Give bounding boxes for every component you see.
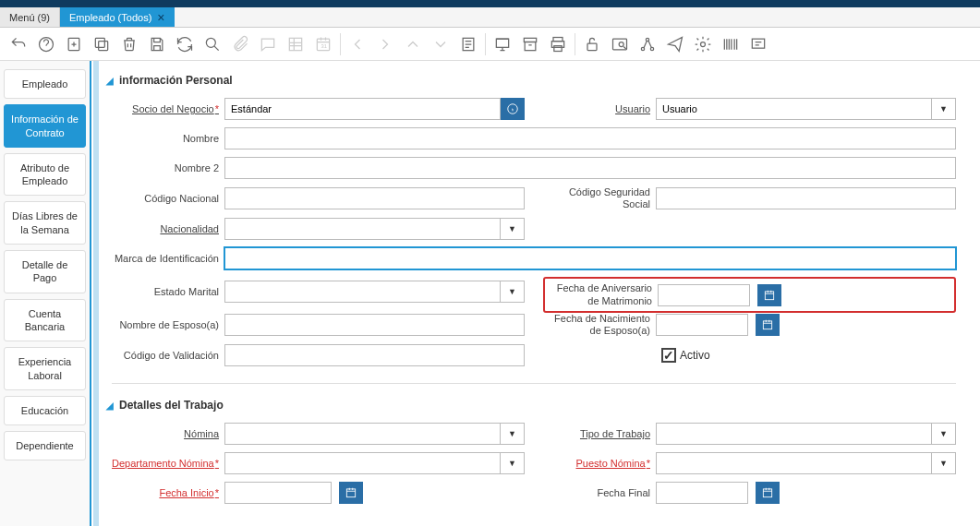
prev-button[interactable] bbox=[345, 31, 370, 57]
label-tipo-trabajo[interactable]: Tipo de Trabajo bbox=[543, 428, 650, 439]
dropdown-icon[interactable]: ▼ bbox=[501, 423, 525, 445]
dropdown-icon[interactable]: ▼ bbox=[501, 452, 525, 474]
sidebar-item-empleado[interactable]: Empleado bbox=[4, 69, 86, 99]
barcode-button[interactable] bbox=[718, 31, 744, 57]
svg-point-20 bbox=[650, 47, 653, 50]
label-dep-nomina[interactable]: Departamento Nómina bbox=[112, 458, 219, 469]
nacionalidad-input[interactable] bbox=[224, 218, 501, 240]
undo-button[interactable] bbox=[6, 31, 31, 57]
label-usuario[interactable]: Usuario bbox=[543, 103, 650, 114]
send-button[interactable] bbox=[662, 31, 688, 57]
close-icon[interactable]: × bbox=[157, 10, 164, 25]
workflow-button[interactable] bbox=[635, 31, 660, 57]
dropdown-icon[interactable]: ▼ bbox=[932, 423, 956, 445]
label-activo: Activo bbox=[680, 349, 710, 362]
label-socio[interactable]: Socio del Negocio bbox=[112, 103, 219, 114]
calendar-icon[interactable] bbox=[756, 314, 780, 336]
tab-menu-label: Menú (9) bbox=[9, 12, 50, 23]
tab-empleado[interactable]: Empleado (Todos) × bbox=[60, 7, 174, 27]
css-input[interactable] bbox=[656, 187, 956, 209]
toolbar-divider bbox=[340, 33, 341, 55]
new-button[interactable] bbox=[61, 31, 87, 57]
scroll-indicator[interactable] bbox=[93, 61, 99, 526]
label-estado-marital: Estado Marital bbox=[112, 286, 219, 297]
collapse-icon[interactable]: ◢ bbox=[106, 76, 114, 86]
info-icon[interactable] bbox=[501, 98, 525, 120]
codigo-nacional-input[interactable] bbox=[224, 187, 525, 209]
main-panel: ◢ información Personal Socio del Negocio… bbox=[91, 61, 980, 526]
svg-rect-14 bbox=[554, 45, 562, 51]
tab-empleado-label: Empleado (Todos) bbox=[69, 12, 151, 23]
marca-id-input[interactable] bbox=[224, 247, 956, 269]
sidebar-item-dependiente[interactable]: Dependiente bbox=[4, 431, 86, 460]
print-button[interactable] bbox=[545, 31, 571, 57]
svg-point-21 bbox=[701, 42, 706, 46]
refresh-button[interactable] bbox=[172, 31, 198, 57]
activo-checkbox[interactable]: ✓ bbox=[661, 348, 676, 363]
tipo-trabajo-input[interactable] bbox=[656, 423, 932, 445]
sidebar-item-contrato[interactable]: Información de Contrato bbox=[4, 104, 86, 148]
section-work: ◢ Detalles del Trabajo bbox=[99, 399, 962, 412]
sidebar-item-experiencia[interactable]: Experiencia Laboral bbox=[4, 347, 86, 390]
unlock-button[interactable] bbox=[579, 31, 605, 57]
aniversario-highlight: Fecha de Aniversario de Matrimonio bbox=[543, 277, 956, 312]
grid-button[interactable] bbox=[283, 31, 309, 57]
archive-button[interactable] bbox=[517, 31, 543, 57]
label-nombre2: Nombre 2 bbox=[112, 162, 219, 173]
sidebar-item-cuenta-bancaria[interactable]: Cuenta Bancaria bbox=[4, 299, 86, 342]
sidebar-item-dias-libres[interactable]: Días Libres de la Semana bbox=[4, 201, 86, 245]
dropdown-icon[interactable]: ▼ bbox=[501, 218, 525, 240]
fecha-final-input[interactable] bbox=[656, 482, 748, 504]
chat-button[interactable] bbox=[255, 31, 281, 57]
svg-text:31: 31 bbox=[321, 43, 327, 49]
down-button[interactable] bbox=[428, 31, 454, 57]
label-fecha-inicio[interactable]: Fecha Inicio bbox=[112, 487, 219, 498]
socio-input[interactable] bbox=[224, 98, 501, 120]
fecha-nac-esposo-input[interactable] bbox=[656, 314, 748, 336]
fecha-inicio-input[interactable] bbox=[224, 482, 332, 504]
dep-nomina-input[interactable] bbox=[224, 452, 501, 474]
label-marca-id: Marca de Identificación bbox=[112, 253, 219, 265]
report-button[interactable] bbox=[455, 31, 481, 57]
delete-button[interactable] bbox=[116, 31, 142, 57]
help-button[interactable] bbox=[33, 31, 59, 57]
nomina-input[interactable] bbox=[224, 423, 501, 445]
svg-point-17 bbox=[619, 42, 623, 46]
calendar-icon[interactable] bbox=[757, 284, 781, 306]
next-button[interactable] bbox=[372, 31, 398, 57]
search-button[interactable] bbox=[200, 31, 225, 57]
nombre2-input[interactable] bbox=[224, 157, 956, 179]
attach-button[interactable] bbox=[227, 31, 253, 57]
up-button[interactable] bbox=[400, 31, 426, 57]
usuario-input[interactable] bbox=[656, 98, 932, 120]
label-css: Código Seguridad Social bbox=[543, 186, 650, 210]
puesto-nomina-input[interactable] bbox=[656, 452, 932, 474]
calendar-icon[interactable] bbox=[339, 482, 363, 504]
aniversario-input[interactable] bbox=[658, 284, 750, 306]
tab-menu[interactable]: Menú (9) bbox=[0, 7, 60, 27]
esposo-input[interactable] bbox=[224, 314, 525, 336]
calendar-icon[interactable] bbox=[756, 482, 780, 504]
svg-rect-25 bbox=[763, 321, 771, 329]
codigo-validacion-input[interactable] bbox=[224, 344, 525, 366]
label-nacionalidad[interactable]: Nacionalidad bbox=[112, 223, 219, 234]
estado-marital-input[interactable] bbox=[224, 281, 501, 303]
screen-button[interactable] bbox=[745, 31, 771, 57]
toolbar-divider-2 bbox=[485, 33, 486, 55]
label-puesto-nomina[interactable]: Puesto Nómina bbox=[543, 458, 650, 469]
calendar-button[interactable]: 31 bbox=[310, 31, 336, 57]
nombre-input[interactable] bbox=[224, 127, 956, 149]
label-nomina[interactable]: Nómina bbox=[112, 428, 219, 439]
zoom-button[interactable] bbox=[607, 31, 633, 57]
sidebar-item-atributo[interactable]: Atributo de Empleado bbox=[4, 153, 86, 197]
dropdown-icon[interactable]: ▼ bbox=[501, 281, 525, 303]
save-button[interactable] bbox=[144, 31, 170, 57]
copy-button[interactable] bbox=[89, 31, 115, 57]
dropdown-icon[interactable]: ▼ bbox=[932, 98, 956, 120]
collapse-icon[interactable]: ◢ bbox=[106, 400, 114, 411]
present-button[interactable] bbox=[490, 31, 515, 57]
sidebar-item-educacion[interactable]: Educación bbox=[4, 396, 86, 425]
dropdown-icon[interactable]: ▼ bbox=[932, 452, 956, 474]
sidebar-item-detalle-pago[interactable]: Detalle de Pago bbox=[4, 250, 86, 293]
settings-button[interactable] bbox=[690, 31, 716, 57]
